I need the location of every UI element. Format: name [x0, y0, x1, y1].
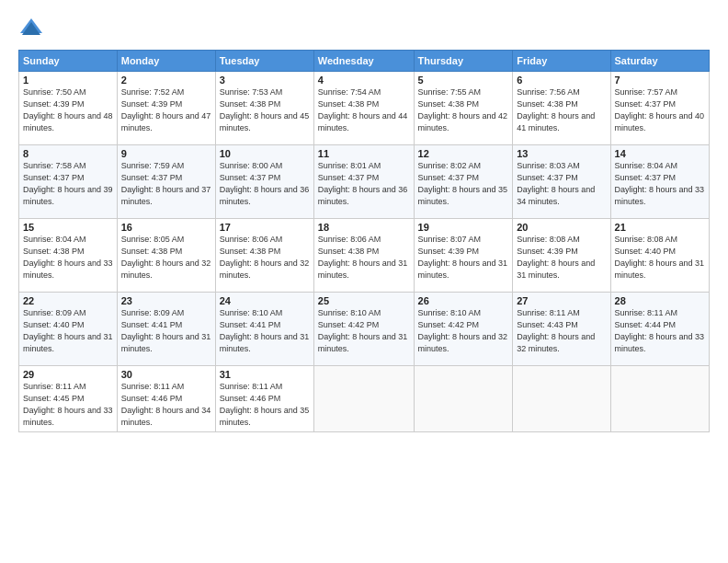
day-number: 28 [615, 295, 705, 306]
col-sunday: Sunday [19, 51, 118, 72]
day-number: 31 [220, 369, 310, 380]
day-info: Sunrise: 7:57 AM Sunset: 4:37 PM Dayligh… [615, 86, 705, 134]
day-number: 7 [615, 75, 705, 86]
table-row [610, 366, 709, 432]
table-row: 21 Sunrise: 8:08 AM Sunset: 4:40 PM Dayl… [610, 219, 709, 293]
day-number: 1 [23, 75, 113, 86]
day-number: 22 [23, 295, 113, 306]
day-info: Sunrise: 8:07 AM Sunset: 4:39 PM Dayligh… [418, 234, 509, 282]
day-info: Sunrise: 8:10 AM Sunset: 4:41 PM Dayligh… [220, 307, 310, 355]
table-row: 2 Sunrise: 7:52 AM Sunset: 4:39 PM Dayli… [117, 72, 215, 145]
day-info: Sunrise: 8:11 AM Sunset: 4:46 PM Dayligh… [220, 381, 310, 429]
day-number: 2 [121, 75, 211, 86]
day-number: 4 [318, 75, 410, 86]
day-info: Sunrise: 8:04 AM Sunset: 4:38 PM Dayligh… [23, 234, 113, 282]
day-info: Sunrise: 7:58 AM Sunset: 4:37 PM Dayligh… [23, 160, 113, 208]
table-row: 17 Sunrise: 8:06 AM Sunset: 4:38 PM Dayl… [215, 219, 313, 293]
day-info: Sunrise: 7:53 AM Sunset: 4:38 PM Dayligh… [220, 86, 310, 134]
calendar-table: Sunday Monday Tuesday Wednesday Thursday… [18, 50, 710, 432]
table-row: 27 Sunrise: 8:11 AM Sunset: 4:43 PM Dayl… [513, 293, 610, 366]
day-info: Sunrise: 8:09 AM Sunset: 4:41 PM Dayligh… [121, 307, 211, 355]
day-number: 17 [220, 222, 310, 233]
day-info: Sunrise: 8:04 AM Sunset: 4:37 PM Dayligh… [615, 160, 705, 208]
day-info: Sunrise: 8:06 AM Sunset: 4:38 PM Dayligh… [318, 234, 410, 282]
day-info: Sunrise: 8:05 AM Sunset: 4:38 PM Dayligh… [121, 234, 211, 282]
table-row: 15 Sunrise: 8:04 AM Sunset: 4:38 PM Dayl… [19, 219, 118, 293]
day-info: Sunrise: 8:03 AM Sunset: 4:37 PM Dayligh… [517, 160, 606, 208]
day-number: 11 [318, 148, 410, 159]
day-number: 19 [418, 222, 509, 233]
day-number: 8 [23, 148, 113, 159]
table-row: 7 Sunrise: 7:57 AM Sunset: 4:37 PM Dayli… [610, 72, 709, 145]
day-number: 26 [418, 295, 509, 306]
table-row [414, 366, 513, 432]
table-row: 22 Sunrise: 8:09 AM Sunset: 4:40 PM Dayl… [19, 293, 118, 366]
day-number: 10 [220, 148, 310, 159]
table-row: 18 Sunrise: 8:06 AM Sunset: 4:38 PM Dayl… [313, 219, 414, 293]
day-info: Sunrise: 8:01 AM Sunset: 4:37 PM Dayligh… [318, 160, 410, 208]
day-info: Sunrise: 8:08 AM Sunset: 4:40 PM Dayligh… [615, 234, 705, 282]
day-number: 18 [318, 222, 410, 233]
col-saturday: Saturday [610, 51, 709, 72]
day-info: Sunrise: 8:10 AM Sunset: 4:42 PM Dayligh… [418, 307, 509, 355]
day-number: 5 [418, 75, 509, 86]
table-row: 29 Sunrise: 8:11 AM Sunset: 4:45 PM Dayl… [19, 366, 118, 432]
day-info: Sunrise: 7:56 AM Sunset: 4:38 PM Dayligh… [517, 86, 606, 134]
table-row: 10 Sunrise: 8:00 AM Sunset: 4:37 PM Dayl… [215, 145, 313, 219]
table-row: 11 Sunrise: 8:01 AM Sunset: 4:37 PM Dayl… [313, 145, 414, 219]
day-number: 13 [517, 148, 606, 159]
day-info: Sunrise: 8:02 AM Sunset: 4:37 PM Dayligh… [418, 160, 509, 208]
table-row: 5 Sunrise: 7:55 AM Sunset: 4:38 PM Dayli… [414, 72, 513, 145]
col-thursday: Thursday [414, 51, 513, 72]
day-info: Sunrise: 8:08 AM Sunset: 4:39 PM Dayligh… [517, 234, 606, 282]
day-number: 12 [418, 148, 509, 159]
day-number: 23 [121, 295, 211, 306]
table-row: 8 Sunrise: 7:58 AM Sunset: 4:37 PM Dayli… [19, 145, 118, 219]
day-number: 9 [121, 148, 211, 159]
col-wednesday: Wednesday [313, 51, 414, 72]
table-row [513, 366, 610, 432]
table-row: 25 Sunrise: 8:10 AM Sunset: 4:42 PM Dayl… [313, 293, 414, 366]
table-row: 16 Sunrise: 8:05 AM Sunset: 4:38 PM Dayl… [117, 219, 215, 293]
day-number: 3 [220, 75, 310, 86]
table-row: 24 Sunrise: 8:10 AM Sunset: 4:41 PM Dayl… [215, 293, 313, 366]
day-info: Sunrise: 7:59 AM Sunset: 4:37 PM Dayligh… [121, 160, 211, 208]
day-number: 24 [220, 295, 310, 306]
table-row: 31 Sunrise: 8:11 AM Sunset: 4:46 PM Dayl… [215, 366, 313, 432]
day-info: Sunrise: 7:52 AM Sunset: 4:39 PM Dayligh… [121, 86, 211, 134]
day-number: 25 [318, 295, 410, 306]
day-info: Sunrise: 7:55 AM Sunset: 4:38 PM Dayligh… [418, 86, 509, 134]
day-number: 16 [121, 222, 211, 233]
table-row: 1 Sunrise: 7:50 AM Sunset: 4:39 PM Dayli… [19, 72, 118, 145]
day-info: Sunrise: 7:54 AM Sunset: 4:38 PM Dayligh… [318, 86, 410, 134]
table-row: 6 Sunrise: 7:56 AM Sunset: 4:38 PM Dayli… [513, 72, 610, 145]
table-row: 9 Sunrise: 7:59 AM Sunset: 4:37 PM Dayli… [117, 145, 215, 219]
table-row: 23 Sunrise: 8:09 AM Sunset: 4:41 PM Dayl… [117, 293, 215, 366]
day-number: 6 [517, 75, 606, 86]
col-monday: Monday [117, 51, 215, 72]
table-row: 30 Sunrise: 8:11 AM Sunset: 4:46 PM Dayl… [117, 366, 215, 432]
logo-icon [18, 15, 44, 40]
day-info: Sunrise: 8:11 AM Sunset: 4:45 PM Dayligh… [23, 381, 113, 429]
table-row: 14 Sunrise: 8:04 AM Sunset: 4:37 PM Dayl… [610, 145, 709, 219]
col-friday: Friday [513, 51, 610, 72]
page: Sunday Monday Tuesday Wednesday Thursday… [0, 0, 728, 563]
table-row: 19 Sunrise: 8:07 AM Sunset: 4:39 PM Dayl… [414, 219, 513, 293]
day-info: Sunrise: 7:50 AM Sunset: 4:39 PM Dayligh… [23, 86, 113, 134]
col-tuesday: Tuesday [215, 51, 313, 72]
logo [18, 15, 48, 40]
table-row: 12 Sunrise: 8:02 AM Sunset: 4:37 PM Dayl… [414, 145, 513, 219]
day-number: 21 [615, 222, 705, 233]
day-info: Sunrise: 8:11 AM Sunset: 4:46 PM Dayligh… [121, 381, 211, 429]
day-info: Sunrise: 8:09 AM Sunset: 4:40 PM Dayligh… [23, 307, 113, 355]
table-row: 20 Sunrise: 8:08 AM Sunset: 4:39 PM Dayl… [513, 219, 610, 293]
day-info: Sunrise: 8:10 AM Sunset: 4:42 PM Dayligh… [318, 307, 410, 355]
day-number: 15 [23, 222, 113, 233]
day-number: 27 [517, 295, 606, 306]
table-row: 26 Sunrise: 8:10 AM Sunset: 4:42 PM Dayl… [414, 293, 513, 366]
day-number: 29 [23, 369, 113, 380]
table-row [313, 366, 414, 432]
day-number: 14 [615, 148, 705, 159]
day-number: 20 [517, 222, 606, 233]
day-info: Sunrise: 8:11 AM Sunset: 4:44 PM Dayligh… [615, 307, 705, 355]
